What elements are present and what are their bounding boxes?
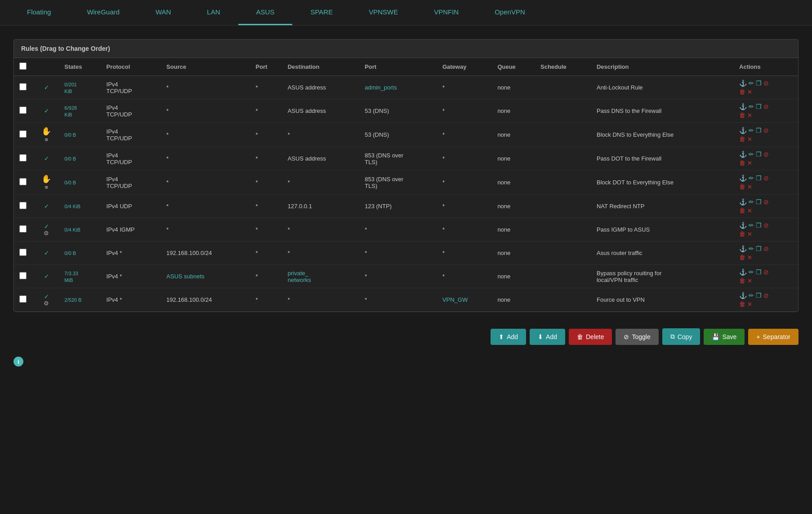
block-icon[interactable]: ⊘ (763, 268, 769, 276)
anchor-icon[interactable]: ⚓ (739, 151, 747, 158)
x-icon[interactable]: ✕ (747, 112, 752, 119)
edit-icon[interactable]: ✏ (749, 292, 754, 299)
row-checkbox[interactable] (19, 107, 27, 114)
x-icon[interactable]: ✕ (747, 231, 752, 237)
block-icon[interactable]: ⊘ (763, 245, 769, 252)
block-icon[interactable]: ⊘ (763, 292, 769, 299)
dest-link[interactable]: private_networks (288, 270, 311, 283)
clone-icon[interactable]: ❐ (756, 80, 762, 87)
row-gateway-cell: * (439, 170, 494, 195)
block-icon[interactable]: ⊘ (763, 198, 769, 206)
clone-icon[interactable]: ❐ (756, 174, 762, 182)
edit-icon[interactable]: ✏ (749, 198, 754, 206)
trash-icon[interactable]: 🗑 (739, 112, 745, 119)
trash-icon[interactable]: 🗑 (739, 277, 745, 284)
trash-icon[interactable]: 🗑 (739, 207, 745, 214)
save-button[interactable]: 💾 Save (704, 329, 745, 345)
clone-icon[interactable]: ❐ (756, 292, 762, 299)
edit-icon[interactable]: ✏ (749, 151, 754, 158)
info-icon[interactable]: i (13, 357, 23, 367)
toggle-button[interactable]: ⊘ Toggle (616, 329, 658, 345)
block-icon[interactable]: ⊘ (763, 103, 769, 110)
row-checkbox[interactable] (19, 130, 27, 138)
tab-floating[interactable]: Floating (9, 0, 69, 25)
row-checkbox[interactable] (19, 178, 27, 185)
tab-vpnfin[interactable]: VPNFIN (416, 0, 477, 25)
trash-icon[interactable]: 🗑 (739, 300, 745, 308)
edit-icon[interactable]: ✏ (749, 222, 754, 229)
edit-icon[interactable]: ✏ (749, 245, 754, 252)
x-icon[interactable]: ✕ (747, 160, 752, 166)
trash-icon[interactable]: 🗑 (739, 88, 745, 95)
x-icon[interactable]: ✕ (747, 207, 752, 214)
block-icon[interactable]: ⊘ (763, 222, 769, 229)
info-bar: i (0, 352, 812, 371)
trash-icon[interactable]: 🗑 (739, 159, 745, 166)
dest-port-link[interactable]: admin_ports (365, 84, 397, 91)
anchor-icon[interactable]: ⚓ (739, 245, 747, 252)
row-checkbox[interactable] (19, 249, 27, 256)
anchor-icon[interactable]: ⚓ (739, 292, 747, 299)
clone-icon[interactable]: ❐ (756, 103, 762, 110)
block-icon[interactable]: ⊘ (763, 174, 769, 182)
tab-spare[interactable]: SPARE (292, 0, 351, 25)
clone-icon[interactable]: ❐ (756, 151, 762, 158)
edit-icon[interactable]: ✏ (749, 127, 754, 134)
anchor-icon[interactable]: ⚓ (739, 268, 747, 276)
clone-icon[interactable]: ❐ (756, 222, 762, 229)
block-icon[interactable]: ⊘ (763, 80, 769, 87)
edit-icon[interactable]: ✏ (749, 103, 754, 110)
trash-icon[interactable]: 🗑 (739, 254, 745, 261)
block-icon[interactable]: ⊘ (763, 127, 769, 134)
clone-icon[interactable]: ❐ (756, 198, 762, 206)
row-srcport-cell: * (252, 99, 284, 123)
add-down-button[interactable]: ⬇ Add (530, 329, 565, 345)
tab-vpnswe[interactable]: VPNSWE (351, 0, 416, 25)
edit-icon[interactable]: ✏ (749, 80, 754, 87)
anchor-icon[interactable]: ⚓ (739, 198, 747, 206)
clone-icon[interactable]: ❐ (756, 268, 762, 276)
row-checkbox[interactable] (19, 202, 27, 209)
tab-asus[interactable]: ASUS (238, 0, 293, 25)
source-link[interactable]: ASUS subnets (166, 273, 205, 280)
clone-icon[interactable]: ❐ (756, 245, 762, 252)
delete-button[interactable]: 🗑 Delete (569, 329, 612, 345)
trash-icon[interactable]: 🗑 (739, 135, 745, 143)
row-checkbox[interactable] (19, 225, 27, 232)
x-icon[interactable]: ✕ (747, 254, 752, 261)
clone-icon[interactable]: ❐ (756, 127, 762, 134)
row-checkbox[interactable] (19, 272, 27, 279)
row-checkbox[interactable] (19, 154, 27, 161)
tab-wan[interactable]: WAN (138, 0, 189, 25)
copy-button[interactable]: ⧉ Copy (662, 328, 700, 345)
source-text: * (166, 203, 169, 210)
edit-icon[interactable]: ✏ (749, 174, 754, 182)
tab-lan[interactable]: LAN (189, 0, 238, 25)
trash-icon[interactable]: 🗑 (739, 183, 745, 190)
x-icon[interactable]: ✕ (747, 277, 752, 284)
anchor-icon[interactable]: ⚓ (739, 80, 747, 87)
tab-wireguard[interactable]: WireGuard (69, 0, 138, 25)
trash-icon[interactable]: 🗑 (739, 230, 745, 237)
tab-openvpn[interactable]: OpenVPN (477, 0, 543, 25)
row-checkbox[interactable] (19, 295, 27, 303)
select-all-checkbox[interactable] (19, 63, 27, 70)
anchor-icon[interactable]: ⚓ (739, 174, 747, 182)
row-checkbox[interactable] (19, 83, 27, 90)
anchor-icon[interactable]: ⚓ (739, 222, 747, 229)
separator-button[interactable]: + Separator (748, 329, 799, 345)
row-destport-cell: 853 (DNS overTLS) (361, 170, 439, 195)
x-icon[interactable]: ✕ (747, 136, 752, 143)
edit-icon[interactable]: ✏ (749, 268, 754, 276)
x-icon[interactable]: ✕ (747, 89, 752, 95)
x-icon[interactable]: ✕ (747, 301, 752, 308)
gateway-text: * (442, 179, 445, 186)
block-icon[interactable]: ⊘ (763, 151, 769, 158)
gateway-link[interactable]: VPN_GW (442, 296, 468, 303)
anchor-icon[interactable]: ⚓ (739, 127, 747, 134)
add-up-button[interactable]: ⬆ Add (491, 329, 526, 345)
row-destport-cell: 53 (DNS) (361, 99, 439, 123)
status-block-icon: ✋ (41, 174, 51, 183)
anchor-icon[interactable]: ⚓ (739, 103, 747, 110)
x-icon[interactable]: ✕ (747, 183, 752, 190)
